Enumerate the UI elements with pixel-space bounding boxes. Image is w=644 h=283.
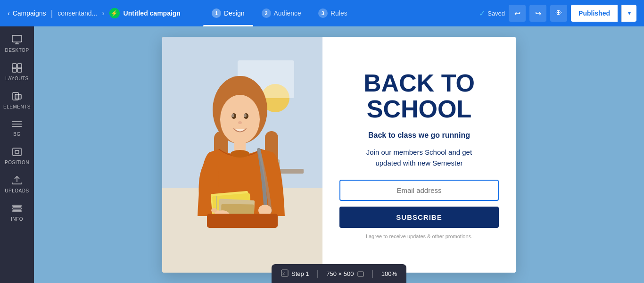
nav-separator: | — [51, 8, 53, 18]
chevron-left-icon: ‹ — [8, 9, 10, 17]
canvas-area[interactable]: BACK TO SCHOOL Back to class we go runni… — [34, 26, 644, 283]
svg-rect-0 — [12, 35, 22, 42]
elements-icon — [12, 92, 22, 102]
nav-right-actions: ✓ Saved ↩ ↪ 👁 Published ▾ — [479, 5, 636, 22]
sidebar-layouts-label: LAYOUTS — [5, 76, 28, 81]
sidebar-item-desktop[interactable]: DESKTOP — [2, 30, 32, 57]
svg-rect-14 — [13, 210, 21, 212]
tab-design-num: 1 — [212, 8, 221, 18]
breadcrumb-arrow: › — [102, 9, 104, 17]
sidebar-item-info[interactable]: INFO — [2, 199, 32, 225]
sidebar-elements-label: ELEMENTS — [3, 104, 31, 109]
subscribe-button[interactable]: SUBSCRIBE — [339, 207, 499, 228]
svg-rect-15 — [13, 205, 21, 207]
tab-audience-label: Audience — [274, 9, 301, 17]
tab-rules-label: Rules — [330, 9, 347, 17]
svg-rect-12 — [13, 148, 21, 156]
undo-button[interactable]: ↩ — [509, 5, 526, 22]
bottom-separator-1: | — [317, 269, 319, 279]
info-icon — [12, 204, 22, 215]
svg-point-34 — [238, 121, 242, 124]
undo-icon: ↩ — [514, 9, 520, 18]
back-to-campaigns-button[interactable]: ‹ Campaigns — [8, 9, 46, 17]
popup-image-panel — [162, 37, 322, 273]
step-label: Step 1 — [291, 270, 309, 277]
sidebar-item-position[interactable]: POSITION — [2, 142, 32, 169]
layouts-icon — [12, 63, 22, 74]
popup-title: BACK TO SCHOOL — [363, 70, 475, 122]
svg-point-32 — [231, 114, 234, 117]
chevron-down-icon: ▾ — [628, 10, 631, 17]
campaign-name: Untitled campaign — [124, 9, 181, 17]
main-layout: DESKTOP LAYOUTS ELEMENTS — [0, 26, 644, 283]
uploads-icon — [12, 175, 22, 186]
sidebar-uploads-label: UPLOADS — [5, 188, 29, 193]
popup-subtitle: Back to class we go running — [368, 131, 470, 140]
saved-indicator: ✓ Saved — [479, 9, 505, 18]
svg-rect-46 — [207, 214, 278, 228]
tab-rules[interactable]: 3 Rules — [310, 0, 356, 26]
checkmark-icon: ✓ — [479, 9, 485, 18]
bg-icon — [12, 120, 22, 130]
saved-label: Saved — [487, 10, 505, 17]
dimensions-value: 750 × 500 — [326, 270, 354, 277]
sidebar-info-label: INFO — [11, 216, 23, 222]
popup-preview: BACK TO SCHOOL Back to class we go runni… — [162, 37, 516, 273]
email-input[interactable] — [339, 180, 499, 201]
svg-rect-4 — [17, 64, 22, 68]
sidebar-position-label: POSITION — [5, 160, 29, 165]
publish-dropdown-button[interactable]: ▾ — [621, 5, 636, 22]
popup-title-line1: BACK TO — [363, 69, 475, 97]
popup-title-line2: SCHOOL — [367, 95, 471, 123]
svg-rect-5 — [12, 68, 17, 72]
dimensions-icon — [357, 270, 364, 277]
step-indicator: 2 Step 1 — [281, 269, 309, 278]
svg-rect-13 — [15, 150, 19, 153]
agree-text: I agree to receive updates & other promo… — [366, 233, 472, 239]
svg-point-36 — [231, 150, 249, 158]
sidebar-item-uploads[interactable]: UPLOADS — [2, 171, 32, 197]
svg-rect-16 — [13, 208, 21, 209]
tab-design[interactable]: 1 Design — [203, 0, 253, 26]
popup-content-panel: BACK TO SCHOOL Back to class we go runni… — [322, 37, 516, 273]
svg-rect-3 — [12, 64, 17, 68]
tab-rules-num: 3 — [318, 8, 328, 18]
sidebar-item-bg[interactable]: BG — [2, 115, 32, 141]
tab-audience[interactable]: 2 Audience — [253, 0, 310, 26]
campaigns-label: Campaigns — [13, 9, 46, 17]
nav-tabs: 1 Design 2 Audience 3 Rules — [203, 0, 356, 26]
student-illustration — [162, 37, 322, 273]
bottom-status-bar: 2 Step 1 | 750 × 500 | 100% — [272, 264, 406, 283]
redo-button[interactable]: ↪ — [529, 5, 546, 22]
svg-text:2: 2 — [282, 271, 285, 275]
sidebar-desktop-label: DESKTOP — [5, 48, 29, 53]
bottom-separator-2: | — [372, 269, 374, 279]
top-navigation: ‹ Campaigns | consentand... › ⚡ Untitled… — [0, 0, 644, 26]
svg-rect-49 — [358, 272, 363, 276]
breadcrumb-org[interactable]: consentand... — [58, 9, 97, 17]
tab-audience-num: 2 — [262, 8, 271, 18]
svg-point-44 — [211, 208, 217, 213]
preview-button[interactable]: 👁 — [550, 5, 567, 22]
position-icon — [12, 147, 22, 158]
sidebar: DESKTOP LAYOUTS ELEMENTS — [0, 26, 34, 283]
sidebar-bg-label: BG — [13, 132, 20, 137]
sidebar-item-elements[interactable]: ELEMENTS — [2, 87, 32, 113]
svg-point-29 — [220, 95, 260, 144]
svg-rect-6 — [17, 68, 22, 72]
popup-description: Join our members School and getupdated w… — [366, 147, 472, 168]
campaign-icon: ⚡ — [109, 8, 120, 18]
desktop-icon — [12, 35, 22, 46]
redo-icon: ↪ — [535, 9, 541, 18]
svg-point-33 — [244, 114, 247, 117]
eye-icon: 👁 — [555, 9, 562, 17]
sidebar-item-layouts[interactable]: LAYOUTS — [2, 58, 32, 85]
publish-button[interactable]: Published — [571, 5, 618, 22]
tab-design-label: Design — [224, 9, 245, 17]
svg-rect-8 — [15, 94, 21, 99]
step-icon: 2 — [281, 269, 289, 278]
zoom-level: 100% — [381, 270, 397, 277]
dimensions-display: 750 × 500 — [326, 270, 364, 277]
